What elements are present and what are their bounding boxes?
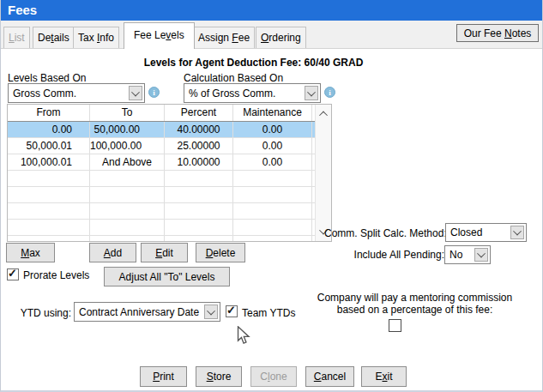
tab-ordering[interactable]: Ordering bbox=[256, 27, 306, 48]
button-label: Edit bbox=[155, 247, 173, 259]
tab-label: els bbox=[171, 29, 184, 41]
page-title: Levels for Agent Deduction Fee: 60/40 GR… bbox=[1, 57, 506, 69]
ytd-using-select[interactable]: Contract Anniversary Date bbox=[74, 302, 220, 322]
cell-to: And Above bbox=[90, 154, 165, 170]
chevron-down-icon bbox=[131, 87, 140, 96]
combo-dropdown-button[interactable] bbox=[204, 305, 218, 319]
selected-value: Closed bbox=[450, 226, 482, 238]
include-all-pending-select[interactable]: No bbox=[444, 245, 491, 264]
column-header-percent: Percent bbox=[165, 105, 233, 121]
combo-dropdown-button[interactable] bbox=[129, 86, 142, 100]
adjust-all-to-levels-button[interactable]: Adjust All "To" Levels bbox=[104, 267, 230, 286]
tab-label: ist bbox=[15, 32, 25, 44]
fees-window: Fees List Details Tax Info Fee Levels As… bbox=[0, 0, 543, 392]
selected-value: % of Gross Comm. bbox=[189, 87, 275, 100]
button-label: Max bbox=[21, 247, 40, 259]
max-button[interactable]: Max bbox=[6, 243, 55, 262]
store-button[interactable]: Store bbox=[196, 366, 242, 387]
ytd-using-label: YTD using: bbox=[1, 307, 71, 319]
button-label: Print bbox=[153, 371, 174, 383]
mouse-cursor bbox=[237, 326, 253, 346]
tab-label: Assign bbox=[198, 32, 232, 44]
cell-percent: 40.00000 bbox=[165, 122, 233, 137]
edit-button[interactable]: Edit bbox=[141, 243, 188, 262]
scroll-up-icon[interactable] bbox=[317, 108, 329, 120]
prorate-levels-label[interactable]: Prorate Levels bbox=[23, 269, 89, 281]
selected-value: Contract Anniversary Date bbox=[79, 306, 199, 318]
chevron-down-icon bbox=[207, 306, 215, 315]
combo-dropdown-button[interactable] bbox=[305, 86, 318, 100]
cell-percent: 25.00000 bbox=[165, 138, 233, 154]
info-icon[interactable]: i bbox=[324, 87, 335, 98]
table-row-empty[interactable] bbox=[8, 171, 331, 187]
tab-tax-info[interactable]: Tax Info bbox=[73, 27, 119, 48]
levels-based-on-select[interactable]: Gross Comm. bbox=[8, 83, 145, 103]
include-all-pending-label: Include All Pending: bbox=[324, 249, 444, 261]
button-label: Exit bbox=[375, 371, 392, 383]
table-row[interactable]: 100,000.01 And Above 10.00000 0.00 bbox=[8, 154, 331, 171]
tab-label: ails bbox=[54, 32, 69, 44]
table-row[interactable]: 50,000.01 100,000.00 25.00000 0.00 bbox=[8, 138, 331, 154]
checkmark-icon: ✓ bbox=[8, 267, 17, 280]
team-ytds-checkbox[interactable]: ✓ bbox=[226, 305, 238, 317]
cell-from: 0.00 bbox=[8, 122, 90, 137]
chevron-down-icon bbox=[513, 227, 522, 236]
mentoring-text-line2: based on a percentage of this fee: bbox=[303, 304, 527, 316]
tab-fee-levels[interactable]: Fee Levels bbox=[124, 22, 195, 49]
table-row-empty[interactable] bbox=[8, 203, 331, 220]
mentoring-commission-checkbox[interactable] bbox=[389, 319, 401, 332]
table-row-empty[interactable] bbox=[8, 187, 331, 203]
print-button[interactable]: Print bbox=[140, 366, 187, 387]
tab-assign-fee[interactable]: Assign Fee bbox=[193, 27, 255, 48]
our-fee-notes-button[interactable]: Our Fee Notes bbox=[456, 24, 539, 42]
delete-button[interactable]: Delete bbox=[196, 243, 245, 262]
cell-maintenance: 0.00 bbox=[233, 122, 312, 137]
add-button[interactable]: Add bbox=[89, 243, 136, 262]
tab-details[interactable]: Details bbox=[33, 27, 75, 48]
comm-split-method-select[interactable]: Closed bbox=[445, 223, 527, 242]
vertical-scrollbar[interactable] bbox=[315, 105, 331, 241]
fee-levels-table: From To Percent Maintenance 0.00 50,000.… bbox=[7, 104, 332, 242]
window-titlebar[interactable]: Fees bbox=[1, 0, 542, 21]
tab-label: L bbox=[9, 32, 15, 44]
chevron-down-icon bbox=[477, 250, 486, 258]
tab-label: Tax bbox=[78, 32, 97, 44]
column-header-from: From bbox=[8, 105, 90, 121]
cell-from: 100,000.01 bbox=[8, 154, 90, 170]
button-label: Store bbox=[207, 371, 232, 383]
tab-label: Fee Le bbox=[134, 29, 166, 41]
calculation-based-on-select[interactable]: % of Gross Comm. bbox=[184, 83, 321, 103]
tab-label: De bbox=[38, 32, 51, 44]
tab-label: O bbox=[261, 32, 268, 44]
tab-label: rdering bbox=[268, 32, 300, 44]
comm-split-method-label: Comm. Split Calc. Method: bbox=[324, 227, 444, 239]
table-row-empty[interactable] bbox=[8, 220, 331, 236]
mentoring-text-line1: Company will pay a mentoring commission bbox=[303, 292, 527, 304]
tab-list[interactable]: List bbox=[3, 27, 30, 48]
cancel-button[interactable]: Cancel bbox=[305, 366, 354, 387]
info-icon[interactable]: i bbox=[148, 87, 160, 98]
exit-button[interactable]: Exit bbox=[361, 366, 407, 387]
cell-maintenance: 0.00 bbox=[233, 154, 312, 170]
button-label: Adjust All "To" Levels bbox=[119, 271, 215, 283]
column-header-maintenance: Maintenance bbox=[233, 105, 312, 121]
button-label: Add bbox=[104, 247, 122, 259]
prorate-levels-checkbox[interactable]: ✓ bbox=[7, 268, 19, 280]
cell-percent: 10.00000 bbox=[165, 154, 233, 170]
chevron-down-icon bbox=[307, 87, 316, 96]
window-title: Fees bbox=[8, 3, 37, 17]
button-label: Our Fee Notes bbox=[464, 27, 532, 39]
combo-dropdown-button[interactable] bbox=[474, 248, 488, 262]
table-row-empty[interactable] bbox=[8, 236, 331, 242]
button-label: Cancel bbox=[314, 371, 346, 383]
calculation-based-on-label: Calculation Based On bbox=[184, 72, 283, 84]
checkmark-icon: ✓ bbox=[226, 304, 236, 317]
tab-label: F bbox=[232, 32, 238, 44]
combo-dropdown-button[interactable] bbox=[510, 226, 524, 239]
team-ytds-label[interactable]: Team YTDs bbox=[242, 307, 295, 319]
table-row[interactable]: 0.00 50,000.00 40.00000 0.00 bbox=[8, 122, 331, 138]
button-label: Clone bbox=[260, 371, 287, 383]
cell-from: 50,000.01 bbox=[8, 138, 90, 154]
levels-based-on-label: Levels Based On bbox=[8, 72, 86, 84]
table-header-row: From To Percent Maintenance bbox=[8, 105, 331, 122]
